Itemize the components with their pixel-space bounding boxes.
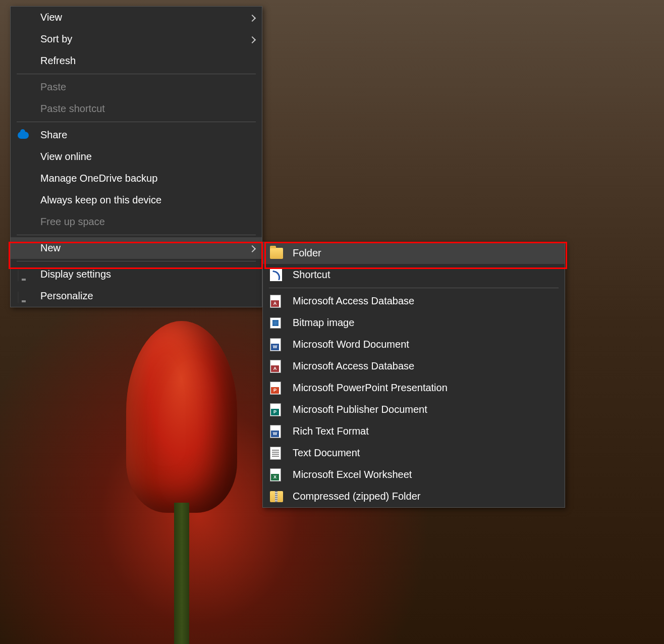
submenu-item-bitmap[interactable]: Bitmap image [263,312,565,334]
rtf-icon: W [270,425,281,438]
zip-folder-icon [270,491,283,502]
menu-item-free-up-space: Free up space [11,211,262,233]
menu-label: Folder [293,247,558,259]
menu-item-paste-shortcut: Paste shortcut [11,98,262,120]
menu-label: Microsoft Access Database [293,295,558,307]
menu-item-personalize[interactable]: Personalize [11,285,262,307]
submenu-item-ppt[interactable]: P Microsoft PowerPoint Presentation [263,377,565,399]
chevron-right-icon [245,33,255,45]
new-submenu: Folder Shortcut A Microsoft Access Datab… [262,242,565,508]
menu-label: Compressed (zipped) Folder [293,491,558,502]
menu-label: Refresh [40,55,255,67]
menu-label: Microsoft Excel Worksheet [293,469,558,480]
menu-label: Microsoft Word Document [293,339,558,350]
menu-item-manage-onedrive[interactable]: Manage OneDrive backup [11,168,262,189]
submenu-item-folder[interactable]: Folder [263,242,565,264]
submenu-item-rtf[interactable]: W Rich Text Format [263,420,565,442]
menu-item-new[interactable]: New [11,237,262,259]
menu-label: Always keep on this device [40,194,255,206]
menu-item-always-keep[interactable]: Always keep on this device [11,189,262,211]
onedrive-cloud-icon [18,132,29,139]
menu-separator [269,288,559,288]
menu-label: Personalize [40,290,255,302]
word-icon: W [270,338,281,351]
submenu-item-zip[interactable]: Compressed (zipped) Folder [263,486,565,507]
menu-separator [17,122,256,122]
personalize-icon [18,292,30,301]
desktop-context-menu: View Sort by Refresh Paste Paste shortcu… [10,6,262,307]
monitor-icon [18,270,30,279]
menu-label: Microsoft Access Database [293,360,558,372]
menu-label: Free up space [40,216,255,228]
submenu-item-access[interactable]: A Microsoft Access Database [263,290,565,312]
shortcut-icon [270,269,282,281]
menu-item-share[interactable]: Share [11,124,262,146]
excel-icon: X [270,468,281,481]
menu-label: View online [40,151,255,163]
folder-icon [270,248,283,259]
submenu-item-excel[interactable]: X Microsoft Excel Worksheet [263,464,565,486]
publisher-icon: P [270,403,281,416]
menu-item-sort-by[interactable]: Sort by [11,28,262,50]
powerpoint-icon: P [270,382,281,395]
menu-label: Shortcut [293,269,558,281]
menu-label: Paste shortcut [40,103,255,115]
menu-label: Bitmap image [293,317,558,329]
submenu-item-shortcut[interactable]: Shortcut [263,264,565,286]
submenu-item-access2[interactable]: A Microsoft Access Database [263,355,565,377]
menu-label: Microsoft Publisher Document [293,404,558,415]
access-icon: A [270,295,281,308]
menu-item-paste: Paste [11,76,262,98]
menu-item-view[interactable]: View [11,7,262,28]
menu-label: Manage OneDrive backup [40,173,255,184]
menu-label: View [40,12,245,23]
menu-label: Rich Text Format [293,425,558,437]
menu-label: Microsoft PowerPoint Presentation [293,382,558,394]
menu-item-refresh[interactable]: Refresh [11,50,262,72]
submenu-item-word[interactable]: W Microsoft Word Document [263,334,565,355]
menu-label: New [40,242,245,254]
menu-separator [17,235,256,235]
menu-label: Text Document [293,447,558,459]
menu-label: Paste [40,81,255,93]
chevron-right-icon [245,12,255,23]
menu-separator [17,261,256,261]
access-icon: A [270,360,281,373]
menu-separator [17,74,256,74]
menu-item-view-online[interactable]: View online [11,146,262,168]
wallpaper-tulip [101,321,262,644]
menu-label: Sort by [40,33,245,45]
menu-label: Share [40,129,255,141]
submenu-item-text[interactable]: Text Document [263,442,565,464]
text-file-icon [270,447,281,460]
menu-label: Display settings [40,269,255,280]
chevron-right-icon [245,242,255,254]
menu-item-display-settings[interactable]: Display settings [11,263,262,285]
bitmap-icon [270,317,281,329]
submenu-item-publisher[interactable]: P Microsoft Publisher Document [263,399,565,420]
